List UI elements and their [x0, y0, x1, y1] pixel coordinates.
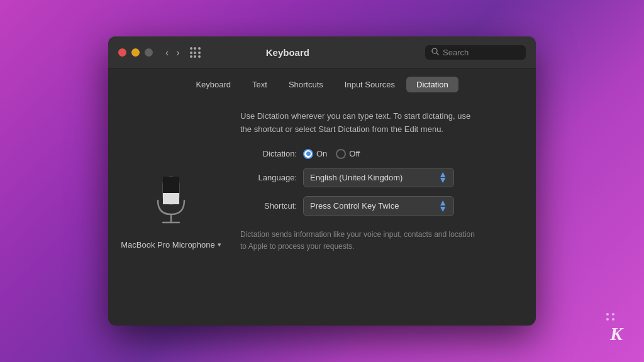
radio-on-circle[interactable]	[303, 149, 313, 159]
radio-off-circle[interactable]	[336, 149, 346, 159]
minimize-button[interactable]	[131, 48, 140, 57]
tab-shortcuts[interactable]: Shortcuts	[279, 77, 333, 92]
dictation-label: Dictation:	[240, 149, 297, 158]
close-button[interactable]	[118, 48, 126, 57]
microphone-chevron-icon: ▾	[218, 241, 221, 249]
right-panel: Use Dictation wherever you can type text…	[234, 97, 536, 326]
language-value: English (United Kingdom)	[310, 173, 402, 182]
language-dropdown[interactable]: English (United Kingdom) ▲▼	[303, 168, 454, 188]
kt-logo: K	[610, 323, 623, 344]
svg-rect-7	[163, 177, 179, 185]
svg-rect-5	[163, 204, 179, 207]
dictation-radio-group: On Off	[303, 149, 360, 159]
dictation-off-option[interactable]: Off	[336, 149, 360, 159]
shortcut-chevron-icon: ▲▼	[438, 200, 447, 212]
tab-text[interactable]: Text	[242, 77, 277, 92]
shortcut-value: Press Control Key Twice	[310, 201, 399, 211]
language-label: Language:	[240, 173, 297, 182]
off-label: Off	[349, 149, 360, 158]
microphone-label-text: MacBook Pro Microphone	[121, 240, 215, 250]
system-preferences-window: ‹ › Keyboard Search Keyboard Text Shortc…	[108, 36, 536, 326]
language-row: Language: English (United Kingdom) ▲▼	[240, 168, 517, 188]
microphone-icon	[149, 173, 193, 230]
description-text: Use Dictation wherever you can type text…	[240, 110, 479, 136]
dictation-toggle-row: Dictation: On Off	[240, 149, 517, 159]
window-title: Keyboard	[150, 47, 425, 58]
left-panel: MacBook Pro Microphone ▾	[108, 97, 234, 326]
search-placeholder: Search	[443, 48, 469, 57]
titlebar: ‹ › Keyboard Search	[108, 36, 536, 69]
dictation-on-option[interactable]: On	[303, 149, 327, 159]
microphone-container: MacBook Pro Microphone ▾	[121, 173, 221, 250]
language-chevron-icon: ▲▼	[438, 172, 447, 184]
on-label: On	[316, 149, 327, 158]
shortcut-label: Shortcut:	[240, 201, 297, 211]
tab-dictation[interactable]: Dictation	[406, 77, 458, 92]
tab-input-sources[interactable]: Input Sources	[335, 77, 405, 92]
traffic-lights	[118, 48, 153, 57]
svg-line-1	[436, 53, 438, 55]
search-box[interactable]: Search	[425, 45, 526, 60]
content-area: MacBook Pro Microphone ▾ Use Dictation w…	[108, 97, 536, 326]
shortcut-dropdown[interactable]: Press Control Key Twice ▲▼	[303, 196, 454, 216]
shortcut-row: Shortcut: Press Control Key Twice ▲▼	[240, 196, 517, 216]
tabs-bar: Keyboard Text Shortcuts Input Sources Di…	[108, 69, 536, 97]
settings-grid: Dictation: On Off	[240, 149, 517, 216]
microphone-label[interactable]: MacBook Pro Microphone ▾	[121, 240, 221, 250]
footnote-text: Dictation sends information like your vo…	[240, 229, 479, 253]
search-icon	[431, 48, 439, 57]
tab-keyboard[interactable]: Keyboard	[186, 77, 241, 92]
